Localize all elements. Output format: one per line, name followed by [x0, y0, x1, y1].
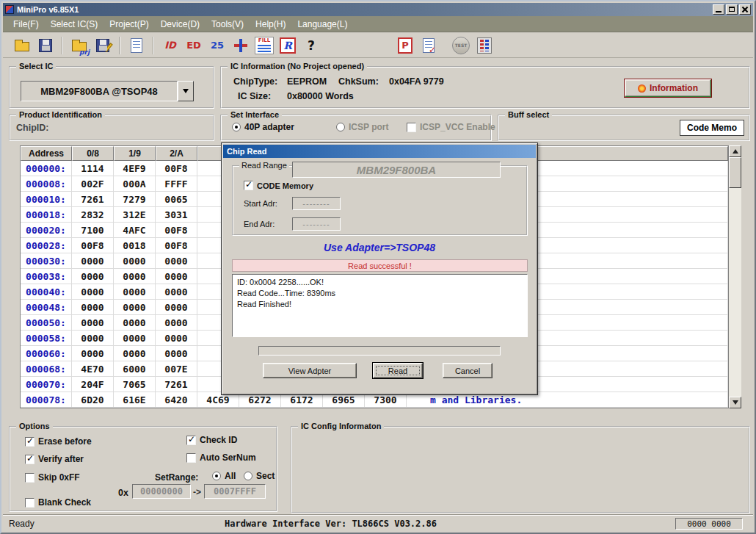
- radio-range-all[interactable]: All: [212, 471, 236, 481]
- hex-cell[interactable]: 00F8: [72, 238, 114, 253]
- hex-cell[interactable]: 0000: [156, 253, 197, 269]
- hex-cell[interactable]: 0018: [114, 238, 156, 253]
- hex-cell[interactable]: 4EF9: [114, 161, 156, 176]
- hex-cell[interactable]: 6420: [156, 392, 197, 408]
- hex-cell[interactable]: 000A: [114, 176, 156, 192]
- save-button[interactable]: [34, 35, 57, 57]
- hex-cell[interactable]: 0000: [114, 346, 156, 361]
- hex-cell[interactable]: 0000: [114, 300, 156, 315]
- auto-program-button[interactable]: P: [393, 35, 417, 57]
- hex-cell[interactable]: 0000: [72, 253, 114, 269]
- menu-item[interactable]: Help(H): [250, 18, 291, 31]
- hex-cell[interactable]: 007E: [156, 361, 197, 377]
- open-button[interactable]: [10, 35, 34, 57]
- hex-cell[interactable]: 00F8: [156, 238, 197, 253]
- hex-cell[interactable]: 0000: [114, 253, 156, 269]
- scroll-down-button[interactable]: [729, 397, 741, 408]
- blank-check-button[interactable]: 25: [206, 35, 229, 57]
- hex-cell[interactable]: 312E: [114, 207, 156, 223]
- erase-chip-button[interactable]: ED: [182, 35, 206, 57]
- hex-scrollbar[interactable]: [729, 145, 741, 408]
- radio-40p-adapter[interactable]: 40P adapter: [232, 122, 294, 132]
- ic-select-combo[interactable]: MBM29F800BA @TSOP48: [21, 81, 194, 101]
- radio-icsp-port[interactable]: ICSP port: [336, 122, 388, 132]
- hex-cell[interactable]: 7261: [72, 192, 114, 207]
- program-chip-button[interactable]: [229, 35, 252, 57]
- menu-item[interactable]: File(F): [7, 18, 45, 31]
- hex-cell[interactable]: 7279: [114, 192, 156, 207]
- hex-cell[interactable]: 204F: [72, 377, 114, 392]
- socket-map-button[interactable]: [473, 35, 496, 57]
- close-button[interactable]: [739, 4, 751, 15]
- checkbox-icsp-vcc[interactable]: ICSP_VCC Enable: [407, 122, 495, 132]
- hex-cell[interactable]: 0000: [114, 269, 156, 284]
- save-project-button[interactable]: [91, 35, 115, 57]
- hex-cell[interactable]: 0000: [72, 346, 114, 361]
- hex-cell[interactable]: 4AFC: [114, 223, 156, 238]
- hex-cell[interactable]: 1114: [72, 161, 114, 176]
- hex-cell[interactable]: 0000: [156, 331, 197, 346]
- menu-item[interactable]: Select IC(S): [45, 18, 104, 31]
- hex-cell[interactable]: 0000: [156, 315, 197, 331]
- hex-cell[interactable]: FFFF: [156, 176, 197, 192]
- hex-cell[interactable]: 2832: [72, 207, 114, 223]
- menu-item[interactable]: Tools(V): [206, 18, 250, 31]
- checkbox-blank-check[interactable]: Blank Check: [25, 497, 91, 508]
- hex-cell[interactable]: 0000: [72, 315, 114, 331]
- scroll-up-button[interactable]: [729, 145, 741, 157]
- start-adr-field[interactable]: --------: [292, 197, 341, 210]
- ic-select-dropdown-button[interactable]: [178, 81, 194, 101]
- test-button[interactable]: TEST: [449, 35, 473, 57]
- hex-cell[interactable]: 0000: [72, 284, 114, 300]
- hex-cell[interactable]: 0000: [156, 269, 197, 284]
- hex-cell[interactable]: 0000: [156, 346, 197, 361]
- hex-cell[interactable]: 4E70: [72, 361, 114, 377]
- menu-item[interactable]: Language(L): [291, 18, 353, 31]
- verify-button[interactable]: ✓: [417, 35, 440, 57]
- chip-id-button[interactable]: ID: [159, 35, 182, 57]
- menu-item[interactable]: Device(D): [155, 18, 206, 31]
- hex-cell[interactable]: 0000: [156, 284, 197, 300]
- hex-cell[interactable]: 0000: [114, 315, 156, 331]
- hex-cell[interactable]: 00F8: [156, 223, 197, 238]
- help-button[interactable]: ?: [299, 35, 323, 57]
- hex-cell[interactable]: 0000: [114, 331, 156, 346]
- buffer-edit-button[interactable]: [125, 35, 148, 57]
- checkbox-erase-before[interactable]: Erase before: [25, 436, 92, 447]
- hex-cell[interactable]: 3031: [156, 207, 197, 223]
- hex-cell[interactable]: 0000: [72, 269, 114, 284]
- maximize-button[interactable]: [726, 4, 738, 15]
- hex-cell[interactable]: 0000: [72, 300, 114, 315]
- hex-cell[interactable]: 0000: [114, 284, 156, 300]
- hex-cell[interactable]: 6D20: [72, 392, 114, 408]
- hex-cell[interactable]: 7261: [156, 377, 197, 392]
- checkbox-skip-0xff[interactable]: Skip 0xFF: [25, 472, 80, 483]
- end-adr-field[interactable]: --------: [292, 217, 341, 231]
- hex-cell[interactable]: 616E: [114, 392, 156, 408]
- scrollbar-thumb[interactable]: [729, 157, 741, 188]
- range-end-field[interactable]: 0007FFFF: [204, 484, 266, 499]
- minimize-button[interactable]: [713, 4, 724, 15]
- hex-cell[interactable]: 00F8: [156, 161, 197, 176]
- hex-cell[interactable]: 0000: [156, 300, 197, 315]
- hex-cell[interactable]: 0065: [156, 192, 197, 207]
- menu-item[interactable]: Project(P): [103, 18, 154, 31]
- checkbox-auto-sernum[interactable]: Auto SerNum: [186, 452, 256, 463]
- read-chip-button[interactable]: R: [276, 35, 299, 57]
- hex-cell[interactable]: 002F: [72, 176, 114, 192]
- checkbox-check-id[interactable]: Check ID: [186, 435, 237, 445]
- hex-cell[interactable]: 7065: [114, 377, 156, 392]
- open-project-button[interactable]: prj: [68, 35, 91, 57]
- cancel-button[interactable]: Cancel: [443, 363, 493, 378]
- view-adapter-button[interactable]: View Adpter: [263, 363, 357, 378]
- fill-block-button[interactable]: FILL: [252, 35, 276, 57]
- hex-cell[interactable]: 7100: [72, 223, 114, 238]
- checkbox-code-memory[interactable]: CODE Memory: [244, 181, 313, 190]
- information-button[interactable]: Information: [625, 79, 711, 97]
- hex-cell[interactable]: 0000: [72, 331, 114, 346]
- radio-range-sect[interactable]: Sect: [244, 471, 275, 481]
- tab-code-memory[interactable]: Code Memo: [680, 120, 744, 136]
- dialog-title-bar[interactable]: Chip Read: [223, 145, 536, 158]
- range-start-field[interactable]: 00000000: [132, 484, 191, 499]
- read-button[interactable]: Read: [373, 363, 423, 378]
